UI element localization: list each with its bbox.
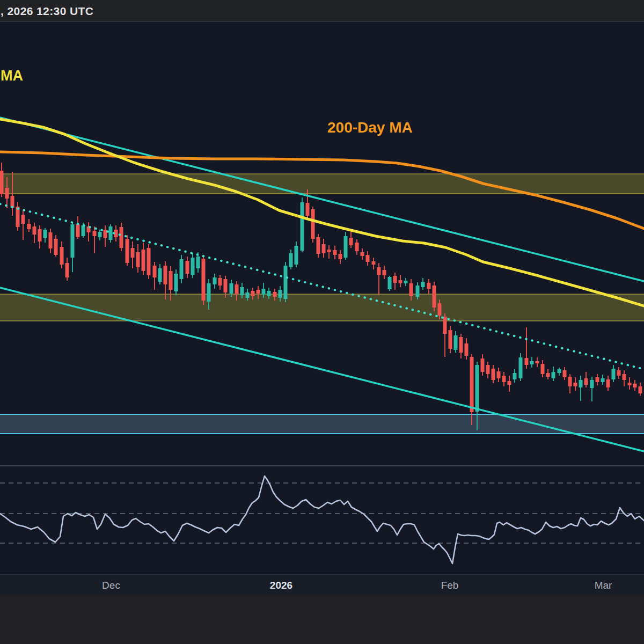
candle-bull <box>513 373 517 379</box>
candle-bear <box>349 238 353 245</box>
candle-bull <box>180 259 184 279</box>
candle-bear <box>120 227 123 248</box>
candle-bear <box>186 261 189 274</box>
ma200-label: 200-Day MA <box>327 119 413 136</box>
candle-bull <box>519 357 523 378</box>
candle-bear <box>322 244 326 253</box>
candle-bear <box>49 232 53 248</box>
candle-bull <box>579 380 583 387</box>
candle-bull <box>558 369 561 373</box>
candle-bull <box>267 291 271 296</box>
candle-bear <box>596 377 599 382</box>
candle-bull <box>230 283 233 294</box>
candle-bear <box>306 203 310 216</box>
candle-bear <box>563 370 567 377</box>
candle-bear <box>251 291 255 296</box>
candle-bear <box>628 383 632 385</box>
candle-bull <box>530 361 534 364</box>
candle-bull <box>82 225 85 236</box>
candle-bear <box>383 270 386 275</box>
candle-bull <box>240 287 244 295</box>
price-zones <box>0 174 644 434</box>
candle-bull <box>262 289 266 295</box>
candle-bear <box>5 188 9 199</box>
candle-bear <box>366 255 370 262</box>
candle-bear <box>164 266 167 284</box>
candle-bull <box>601 378 605 382</box>
candle-bull <box>174 274 178 291</box>
candle-bear <box>142 250 145 271</box>
candle-bear <box>399 280 402 283</box>
trading-chart-screen: , 2026 12:30 UTC Dec 2026 Feb Mar MA 200… <box>0 0 644 644</box>
candle-bull <box>43 230 47 238</box>
candle-bull <box>71 224 75 258</box>
resistance-zone-upper <box>0 174 644 194</box>
candle-bull <box>454 335 458 350</box>
candle-bull <box>213 277 217 284</box>
candle-bear <box>465 343 469 356</box>
candle-bear <box>546 373 550 377</box>
candle-bear <box>131 248 135 258</box>
candle-bear <box>60 247 64 265</box>
candle-bear <box>65 263 69 277</box>
candle-bear <box>317 237 320 254</box>
ma50-line <box>0 119 644 306</box>
candle-bear <box>617 370 621 376</box>
candle-bull <box>196 257 200 268</box>
candle-bear <box>568 377 572 386</box>
candle-bear <box>202 259 206 301</box>
candle-bear <box>235 284 239 294</box>
candle-bear <box>443 317 447 334</box>
candle-bull <box>158 268 162 282</box>
candle-bear <box>136 252 140 267</box>
candle-bull <box>295 246 298 265</box>
candle-bull <box>590 380 594 388</box>
candle-bear <box>377 267 381 275</box>
candle-bear <box>633 384 637 387</box>
support-zone-lower <box>0 414 644 434</box>
support-zone-mid <box>0 294 644 321</box>
candle-bear <box>438 303 442 316</box>
candle-bear <box>33 226 36 235</box>
candle-bear <box>104 230 107 238</box>
candle-bear <box>409 283 413 296</box>
trend-channel <box>0 118 644 451</box>
candle-bear <box>449 330 452 349</box>
candle-bear <box>76 224 80 237</box>
candle-bear <box>584 378 588 385</box>
candle-bear <box>623 374 626 380</box>
candle-bear <box>333 250 337 255</box>
chart-canvas[interactable] <box>0 0 644 644</box>
candle-bull <box>388 277 392 289</box>
candle-bear <box>16 207 20 227</box>
candle-bull <box>421 282 425 287</box>
candle-bear <box>153 266 157 277</box>
ma50-label: MA <box>1 68 23 84</box>
candle-bear <box>372 261 376 265</box>
candle-bear <box>169 271 173 290</box>
candle-bull <box>416 286 420 297</box>
candle-bear <box>21 215 25 224</box>
channel-median-dotted-line <box>0 204 644 369</box>
candle-bear <box>433 286 436 308</box>
candle-bear <box>639 386 642 393</box>
candle-bear <box>486 365 490 374</box>
candle-bear <box>11 196 14 208</box>
candle-bear <box>541 364 545 374</box>
candle-bear <box>536 361 539 363</box>
candle-bear <box>327 250 331 252</box>
candle-bear <box>355 243 359 251</box>
candle-bear <box>525 358 529 365</box>
candle-bear <box>361 252 364 256</box>
candle-bear <box>224 279 228 292</box>
candle-bear <box>218 278 222 286</box>
candle-bear <box>339 254 342 259</box>
candle-bull <box>552 372 555 378</box>
moving-averages <box>0 119 644 306</box>
rsi-panel <box>0 476 644 564</box>
candle-bull <box>284 266 288 299</box>
candle-bear <box>126 239 129 263</box>
candle-bear <box>459 337 463 353</box>
candle-bear <box>27 224 31 229</box>
candle-bear <box>311 209 315 239</box>
